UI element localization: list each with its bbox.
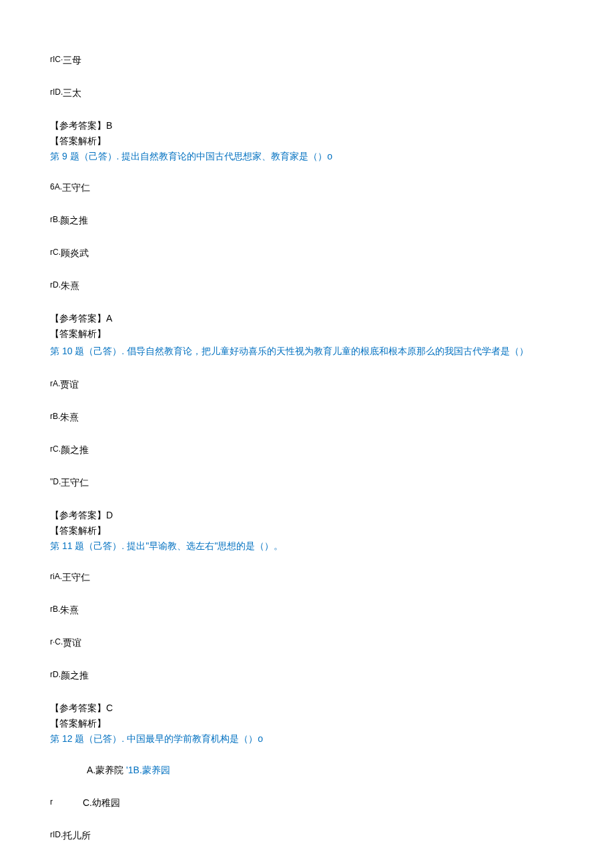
option-text: 贾谊 bbox=[63, 637, 81, 648]
question-prefix: 第 9 题（己答）. bbox=[50, 151, 121, 161]
question-text: 提出''早谕教、选左右"思想的是（）。 bbox=[127, 540, 283, 551]
q12-option-d: rID.托儿所 bbox=[50, 829, 564, 843]
option-prefix: riA. bbox=[50, 572, 62, 581]
option-prefix: 6A. bbox=[50, 182, 62, 191]
q12-option-c-row: rC.幼稚园 bbox=[50, 796, 564, 810]
q8-option-d: rID.三太 bbox=[50, 86, 564, 100]
answer-label: 【参考答案】 bbox=[50, 510, 106, 520]
analysis-label: 【答案解析】 bbox=[50, 328, 106, 339]
option-text: 颜之推 bbox=[61, 444, 89, 455]
q10-answer: 【参考答案】D bbox=[50, 508, 564, 522]
answer-value: B bbox=[106, 120, 112, 131]
q11-option-c: r·C.贾谊 bbox=[50, 636, 564, 650]
q10-option-c: rC.颜之推 bbox=[50, 443, 564, 457]
answer-value: A bbox=[106, 313, 112, 324]
answer-value: D bbox=[106, 510, 113, 520]
q9-option-a: 6A.王守仁 bbox=[50, 181, 564, 195]
question-text: 提出自然教育论的中国古代思想家、教育家是（）o bbox=[121, 151, 332, 161]
option-b-text: 蒙养园 bbox=[142, 765, 170, 775]
option-prefix: rC. bbox=[50, 248, 61, 257]
analysis-label: 【答案解析】 bbox=[50, 718, 106, 729]
option-c-prefix: C. bbox=[83, 797, 92, 808]
option-text: 王守仁 bbox=[61, 477, 89, 488]
option-text: 顾炎武 bbox=[61, 248, 89, 258]
option-prefix: rD. bbox=[50, 670, 61, 679]
option-text: 朱熹 bbox=[60, 412, 79, 422]
q8-analysis: 【答案解析】 bbox=[50, 134, 564, 148]
option-prefix: rIC· bbox=[50, 55, 63, 64]
answer-label: 【参考答案】 bbox=[50, 313, 106, 324]
option-text: 三太 bbox=[63, 87, 81, 98]
q9-option-c: rC.顾炎武 bbox=[50, 246, 564, 260]
option-prefix: rID. bbox=[50, 87, 63, 97]
row-prefix: r bbox=[50, 797, 53, 807]
option-prefix: rB. bbox=[50, 604, 60, 614]
q11-option-b: rB.朱熹 bbox=[50, 603, 564, 617]
option-b-prefix: '1B. bbox=[123, 765, 142, 775]
option-text: 朱熹 bbox=[60, 604, 79, 615]
option-prefix: r·C. bbox=[50, 637, 63, 646]
option-text: 王守仁 bbox=[62, 182, 90, 193]
q12-link[interactable]: 第 12 题（已答）. 中国最早的学前教育机构是（）o bbox=[50, 732, 564, 746]
analysis-label: 【答案解析】 bbox=[50, 525, 106, 536]
q10-option-a: rA.贾谊 bbox=[50, 378, 564, 392]
analysis-label: 【答案解析】 bbox=[50, 135, 106, 146]
option-prefix: rC. bbox=[50, 444, 61, 454]
option-a-text: 蒙养院 bbox=[95, 765, 123, 775]
q10-link[interactable]: 第 10 题（己答）. 倡导自然教育论，把儿童好动喜乐的天性视为教育儿童的根底和… bbox=[50, 342, 564, 360]
q11-link[interactable]: 第 11 题（己答）. 提出''早谕教、选左右"思想的是（）。 bbox=[50, 539, 564, 553]
question-prefix: 第 10 题（己答）. bbox=[50, 346, 127, 356]
answer-label: 【参考答案】 bbox=[50, 703, 106, 713]
q8-option-c: rIC·三母 bbox=[50, 53, 564, 67]
option-prefix: rB. bbox=[50, 215, 60, 224]
question-prefix: 第 12 题（已答）. bbox=[50, 733, 127, 744]
q11-option-d: rD.颜之推 bbox=[50, 669, 564, 683]
option-text: 托儿所 bbox=[63, 830, 91, 841]
option-text: 颜之推 bbox=[61, 670, 89, 681]
option-text: 颜之推 bbox=[60, 215, 88, 226]
question-text: 中国最早的学前教育机构是（）o bbox=[127, 733, 263, 744]
option-prefix: rA. bbox=[50, 379, 60, 388]
q10-analysis: 【答案解析】 bbox=[50, 524, 564, 538]
q9-option-b: rB.颜之推 bbox=[50, 213, 564, 228]
q10-option-d: "D.王守仁 bbox=[50, 476, 564, 490]
option-text: 王守仁 bbox=[62, 572, 90, 582]
q9-answer: 【参考答案】A bbox=[50, 312, 564, 326]
q11-answer: 【参考答案】C bbox=[50, 701, 564, 715]
option-a-prefix: A. bbox=[87, 765, 95, 775]
question-prefix: 第 11 题（己答）. bbox=[50, 540, 127, 551]
option-prefix: rID. bbox=[50, 830, 63, 839]
q9-analysis: 【答案解析】 bbox=[50, 327, 564, 341]
option-text: 三母 bbox=[63, 55, 81, 65]
question-text: 倡导自然教育论，把儿童好动喜乐的天性视为教育儿童的根底和根本原那么的我国古代学者… bbox=[127, 346, 529, 356]
answer-label: 【参考答案】 bbox=[50, 120, 106, 131]
option-prefix: rD. bbox=[50, 280, 61, 290]
answer-value: C bbox=[106, 703, 113, 713]
q11-option-a: riA.王守仁 bbox=[50, 570, 564, 584]
option-c-text: 幼稚园 bbox=[92, 797, 120, 808]
q11-analysis: 【答案解析】 bbox=[50, 717, 564, 731]
option-text: 贾谊 bbox=[60, 379, 79, 390]
q9-option-d: rD.朱熹 bbox=[50, 279, 564, 293]
q10-option-b: rB.朱熹 bbox=[50, 410, 564, 424]
q12-option-ab-row: A.蒙养院 '1B.蒙养园 bbox=[87, 763, 564, 777]
option-text: 朱熹 bbox=[61, 280, 79, 291]
option-prefix: rB. bbox=[50, 412, 60, 421]
q8-answer: 【参考答案】B bbox=[50, 119, 564, 133]
option-prefix: "D. bbox=[50, 477, 61, 486]
q9-link[interactable]: 第 9 题（己答）. 提出自然教育论的中国古代思想家、教育家是（）o bbox=[50, 149, 564, 163]
